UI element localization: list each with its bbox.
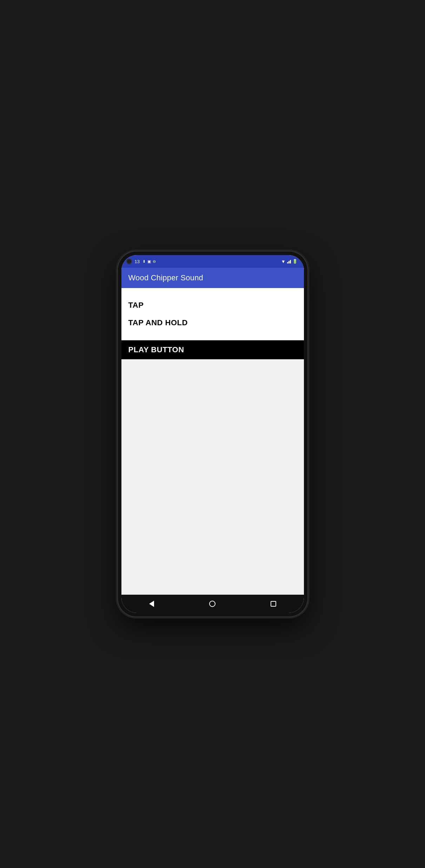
home-button[interactable] bbox=[205, 596, 220, 612]
phone-screen: 13 ⬇ ▣ ⊖ ▼ 🔋 Wood Chipper Sound bbox=[121, 255, 304, 613]
notification-icons: ⬇ ▣ ⊖ bbox=[142, 259, 156, 264]
signal-bar-2 bbox=[288, 261, 290, 263]
app-title: Wood Chipper Sound bbox=[128, 273, 204, 282]
signal-bar-1 bbox=[287, 262, 288, 263]
play-button-label: PLAY BUTTON bbox=[128, 345, 184, 354]
wifi-icon: ▼ bbox=[281, 259, 286, 264]
sd-card-icon: ▣ bbox=[147, 259, 151, 264]
tap-hold-label: TAP AND HOLD bbox=[128, 318, 188, 327]
instructions-card: TAP TAP AND HOLD bbox=[121, 288, 304, 340]
play-section-header: PLAY BUTTON bbox=[121, 340, 304, 359]
tap-instruction-row[interactable]: TAP bbox=[128, 296, 297, 314]
recents-icon bbox=[271, 601, 276, 607]
signal-bars bbox=[287, 259, 291, 263]
recents-button[interactable] bbox=[266, 596, 281, 612]
home-icon bbox=[209, 601, 215, 607]
back-button[interactable] bbox=[144, 596, 159, 612]
tap-label: TAP bbox=[128, 301, 144, 309]
download-icon: ⬇ bbox=[142, 259, 146, 264]
status-left: 13 ⬇ ▣ ⊖ bbox=[126, 259, 156, 264]
battery-icon: 🔋 bbox=[292, 259, 298, 264]
status-time: 13 bbox=[135, 259, 140, 264]
back-icon bbox=[149, 601, 154, 607]
camera-icon bbox=[126, 259, 132, 264]
nav-bar bbox=[121, 595, 304, 613]
phone-device: 13 ⬇ ▣ ⊖ ▼ 🔋 Wood Chipper Sound bbox=[118, 252, 307, 616]
play-area[interactable] bbox=[121, 359, 304, 595]
status-right-icons: ▼ 🔋 bbox=[281, 259, 298, 264]
app-bar: Wood Chipper Sound bbox=[121, 268, 304, 288]
tap-hold-instruction-row[interactable]: TAP AND HOLD bbox=[128, 314, 297, 332]
alarm-icon: ⊖ bbox=[153, 259, 156, 264]
signal-bar-3 bbox=[290, 260, 291, 263]
content-area: TAP TAP AND HOLD PLAY BUTTON bbox=[121, 288, 304, 595]
status-bar: 13 ⬇ ▣ ⊖ ▼ 🔋 bbox=[121, 255, 304, 268]
